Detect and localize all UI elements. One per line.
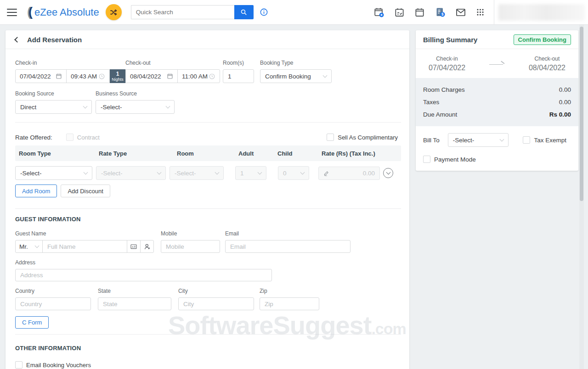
menu-icon[interactable] bbox=[7, 6, 17, 18]
checkout-label: Check-out bbox=[125, 60, 220, 66]
city-label: City bbox=[178, 288, 254, 294]
add-discount-button[interactable]: Add Discount bbox=[61, 184, 110, 197]
apps-grid-icon[interactable] bbox=[476, 8, 485, 17]
state-input[interactable] bbox=[98, 297, 171, 310]
sell-complimentary-checkbox[interactable] bbox=[327, 134, 334, 141]
add-room-button[interactable]: Add Room bbox=[15, 184, 57, 197]
checkout-time-input[interactable]: 11:00 AM bbox=[177, 69, 220, 83]
billing-dates: Check-in 07/04/2022 Check-out 08/04/2022 bbox=[416, 49, 578, 78]
rate-type-select[interactable]: -Select- bbox=[96, 166, 166, 180]
country-label: Country bbox=[15, 288, 91, 294]
adult-select[interactable]: 1 bbox=[235, 166, 266, 180]
c-form-button[interactable]: C Form bbox=[15, 316, 49, 329]
checkin-time-input[interactable]: 09:43 AM bbox=[66, 69, 110, 83]
folio-money-icon[interactable]: $ bbox=[435, 6, 446, 18]
section-divider bbox=[15, 122, 401, 123]
child-select[interactable]: 0 bbox=[278, 166, 309, 180]
chevron-down-icon bbox=[35, 243, 40, 248]
chevron-down-icon bbox=[215, 170, 220, 174]
country-input[interactable] bbox=[15, 297, 91, 310]
city-input[interactable] bbox=[178, 297, 254, 310]
full-name-input[interactable] bbox=[42, 240, 127, 253]
tax-exempt-checkbox[interactable] bbox=[523, 136, 530, 144]
chevron-down-icon bbox=[386, 170, 390, 175]
contract-checkbox[interactable] bbox=[66, 134, 74, 141]
billing-row-due-amount: Due AmountRs 0.00 bbox=[423, 108, 571, 121]
shuffle-icon bbox=[109, 8, 118, 17]
row-expand-button[interactable] bbox=[383, 168, 393, 178]
booking-source-select[interactable]: Direct bbox=[15, 100, 92, 114]
contact-card-button[interactable]: A bbox=[127, 240, 141, 253]
rate-input[interactable]: 0.00 bbox=[318, 167, 380, 180]
col-child: Child bbox=[277, 150, 293, 157]
search-icon bbox=[240, 8, 248, 16]
sell-complimentary-label: Sell As Complimentary bbox=[338, 134, 398, 141]
rooms-input[interactable] bbox=[223, 69, 254, 83]
rate-table-header: Room Type Rate Type Room Adult Child Rat… bbox=[15, 145, 401, 161]
top-bar: (( eZee Absolute bbox=[0, 0, 588, 25]
state-label: State bbox=[98, 288, 171, 294]
search-button[interactable] bbox=[234, 5, 254, 19]
room-select[interactable]: -Select- bbox=[170, 166, 224, 180]
email-label: Email bbox=[225, 230, 351, 237]
scrollbar-thumb[interactable] bbox=[580, 27, 583, 201]
booking-type-select[interactable]: Confirm Booking bbox=[260, 69, 332, 83]
payment-mode-checkbox[interactable] bbox=[423, 156, 430, 163]
mobile-input[interactable] bbox=[161, 240, 220, 253]
contract-label: Contract bbox=[77, 134, 100, 141]
checkin-date-input[interactable]: 07/04/2022 bbox=[15, 69, 67, 83]
header-divider bbox=[494, 0, 494, 25]
calendar-icon bbox=[56, 73, 62, 79]
arrow-right-icon bbox=[489, 62, 505, 66]
chevron-down-icon bbox=[83, 104, 88, 108]
info-icon[interactable] bbox=[260, 8, 268, 17]
booking-source-label: Booking Source bbox=[15, 90, 92, 97]
billing-checkin-date: 07/04/2022 bbox=[429, 64, 465, 72]
billing-row-taxes: Taxes0.00 bbox=[423, 96, 571, 108]
booking-status-badge: Confirm Booking bbox=[514, 34, 571, 45]
back-button[interactable] bbox=[14, 37, 20, 43]
col-room-type: Room Type bbox=[19, 150, 51, 157]
col-rate-type: Rate Type bbox=[99, 150, 127, 157]
billing-summary-card: Billing Summary Confirm Booking Check-in… bbox=[416, 30, 578, 171]
salutation-select[interactable]: Mr. bbox=[15, 240, 43, 253]
bill-to-select[interactable]: -Select- bbox=[448, 133, 509, 147]
clock-icon bbox=[98, 73, 105, 80]
chevron-down-icon bbox=[499, 137, 504, 141]
billing-row-room-charges: Room Charges0.00 bbox=[423, 84, 571, 96]
guest-name-label: Guest Name bbox=[15, 230, 154, 237]
clock-icon bbox=[209, 73, 215, 80]
business-source-label: Business Source bbox=[96, 90, 175, 97]
email-vouchers-checkbox[interactable] bbox=[15, 361, 23, 369]
zip-label: Zip bbox=[260, 288, 319, 294]
add-guest-button[interactable] bbox=[140, 240, 154, 253]
logo-text: eZee Absolute bbox=[34, 6, 99, 18]
billing-checkin-label: Check-in bbox=[436, 56, 458, 62]
search-input[interactable] bbox=[131, 5, 234, 19]
col-room: Room bbox=[177, 150, 194, 157]
header-actions: $ bbox=[373, 6, 485, 18]
chevron-down-icon bbox=[166, 104, 170, 108]
billing-checkout-date: 08/04/2022 bbox=[529, 64, 565, 72]
pencil-icon bbox=[323, 170, 329, 176]
mail-icon[interactable] bbox=[455, 7, 466, 18]
add-reservation-card: Add Reservation Check-in 07/04/2022 09:4… bbox=[6, 30, 409, 369]
calendar-add-icon[interactable] bbox=[373, 6, 384, 18]
checkout-date-input[interactable]: 08/04/2022 bbox=[125, 69, 178, 83]
col-rate: Rate (Rs) (Tax Inc.) bbox=[322, 150, 375, 157]
page-title: Add Reservation bbox=[27, 36, 82, 44]
payment-mode-label: Payment Mode bbox=[434, 156, 476, 163]
business-source-select[interactable]: -Select- bbox=[96, 100, 175, 114]
chevron-down-icon bbox=[84, 170, 88, 174]
zip-input[interactable] bbox=[260, 297, 319, 310]
calendar-check-icon[interactable] bbox=[394, 7, 405, 18]
chevron-down-icon bbox=[157, 170, 162, 174]
calendar-icon[interactable] bbox=[414, 7, 425, 18]
user-account-blurred[interactable] bbox=[498, 4, 585, 21]
address-input[interactable] bbox=[15, 269, 272, 281]
col-adult: Adult bbox=[238, 150, 254, 157]
card-header: Add Reservation bbox=[6, 30, 409, 49]
email-input[interactable] bbox=[225, 240, 351, 253]
room-type-select[interactable]: -Select- bbox=[15, 166, 92, 180]
quick-switch-button[interactable] bbox=[106, 4, 122, 20]
